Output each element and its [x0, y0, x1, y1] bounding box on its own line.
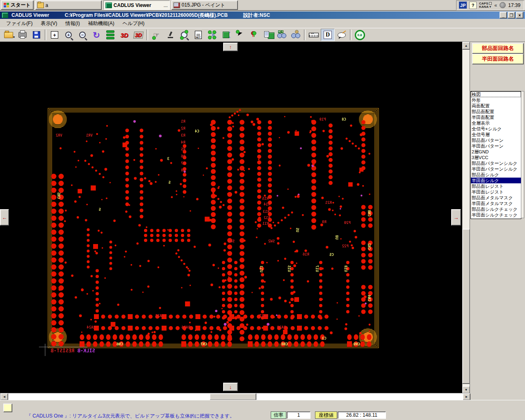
layer-item-16[interactable]: 部品面レジスト: [471, 183, 521, 189]
net-pointer-button[interactable]: [233, 29, 247, 41]
layer-item-20[interactable]: 部品面シルクチェック: [471, 206, 521, 212]
measure-icon: ↔: [309, 30, 319, 40]
zoom-in-button[interactable]: +: [62, 29, 75, 41]
zoom-window-button[interactable]: +: [48, 29, 62, 41]
layer-item-10[interactable]: 2層GND: [471, 149, 521, 155]
layer-item-13[interactable]: 半田面パターンシルク: [471, 166, 521, 172]
layer-item-2[interactable]: 両面配置: [471, 103, 521, 109]
layer-item-0[interactable]: 検図: [471, 91, 521, 97]
clock: 17:39: [508, 2, 521, 8]
layer-item-14[interactable]: 部品面シルク: [471, 172, 521, 178]
close-button[interactable]: ×: [516, 12, 523, 18]
net-hand-button[interactable]: ☞: [149, 29, 163, 41]
microscope-button[interactable]: [163, 29, 177, 41]
vertical-scroll-thumb[interactable]: [462, 229, 470, 384]
caps-kana-indicator[interactable]: CAPS KANA▾: [479, 2, 492, 9]
redraw-button[interactable]: ↻: [89, 29, 103, 41]
part-list-button[interactable]: [261, 29, 275, 41]
vertical-scrollbar[interactable]: ▲ ▼: [462, 42, 469, 393]
layer-item-3[interactable]: 部品面配置: [471, 109, 521, 114]
net-cross-button[interactable]: [205, 29, 219, 41]
task-label: CADLUS Viewer: [114, 2, 151, 8]
comment-button[interactable]: [335, 29, 349, 41]
scale-08-button[interactable]: 0.8: [353, 29, 367, 41]
menu-item-0[interactable]: ファイル(F): [2, 19, 36, 28]
minimize-button[interactable]: _: [500, 12, 507, 18]
print-button[interactable]: [16, 29, 30, 41]
note-button[interactable]: [3, 404, 12, 412]
net-zoom-icon: [180, 30, 188, 40]
scroll-left-arrow[interactable]: ◄: [0, 393, 8, 400]
pan-down-button[interactable]: ↓: [223, 383, 238, 391]
open-file-button[interactable]: ▾: [2, 29, 16, 41]
horizontal-scroll-thumb[interactable]: [210, 393, 256, 400]
layer-list[interactable]: 検図外形両面配置部品面配置半田面配置全層表示全信号+シルク全信号層部品面パターン…: [470, 91, 521, 219]
open-file-icon: ▾: [4, 30, 13, 40]
layer-item-8[interactable]: 部品面パターン: [471, 137, 521, 143]
scroll-right-arrow[interactable]: ►: [463, 393, 470, 400]
net-zoom-button[interactable]: [177, 29, 191, 41]
menu-item-3[interactable]: 補助機能(A): [84, 19, 118, 28]
status-message: 『 CADLUS One 』: リアルタイム3次元表示で、ビルドアップ基板も立体…: [26, 413, 235, 420]
layer-item-12[interactable]: 部品面パターンシルク: [471, 160, 521, 166]
pan-left-button[interactable]: ←: [0, 209, 9, 226]
layer-item-4[interactable]: 半田面配置: [471, 114, 521, 120]
designer-label: 設計者:NSC: [243, 12, 270, 19]
measure-button[interactable]: ↔: [307, 29, 321, 41]
ime-help-icon[interactable]: ?: [469, 2, 477, 9]
view-3d-button[interactable]: 3D: [117, 29, 131, 41]
layer-item-7[interactable]: 全信号層: [471, 132, 521, 137]
layer-list-scrollbar[interactable]: [521, 91, 524, 218]
task-item-0[interactable]: a: [35, 0, 102, 10]
solder-side-circuit-button[interactable]: 半田面回路名: [472, 54, 524, 64]
layer-item-1[interactable]: 外形: [471, 97, 521, 103]
pan-up-button[interactable]: ↑: [223, 43, 238, 51]
task-label: a: [46, 2, 48, 8]
d-mode-button[interactable]: D: [321, 29, 335, 41]
menu-item-1[interactable]: 表示(V): [37, 19, 61, 28]
pin-display-button[interactable]: [247, 29, 261, 41]
layer-item-18[interactable]: 部品面メタルマスク: [471, 195, 521, 201]
ic-search-button[interactable]: IC-1: [275, 29, 289, 41]
status-bar: 『 CADLUS One 』: リアルタイム3次元表示で、ビルドアップ基板も立体…: [0, 400, 525, 420]
pan-right-button[interactable]: →: [451, 209, 461, 226]
save-button[interactable]: [30, 29, 43, 41]
zoom-in-icon: +: [64, 30, 73, 40]
menu-item-2[interactable]: 情報(I): [62, 19, 83, 28]
app-icon: [2, 12, 8, 18]
save-icon: [32, 30, 41, 40]
pin-search-button[interactable]: [289, 29, 303, 41]
start-button[interactable]: スタート: [1, 0, 34, 10]
layer-panel: 部品面回路名 半田面回路名 半田面視表示 ↔ 検図外形両面配置部品面配置半田面配…: [470, 42, 525, 393]
layer-item-19[interactable]: 半田面メタルマスク: [471, 201, 521, 206]
tray-chevron-icon[interactable]: «: [494, 2, 497, 8]
layer-item-11[interactable]: 3層VCC: [471, 155, 521, 160]
task-item-1[interactable]: CADLUS Viewer...: [103, 0, 170, 10]
board-3d-icon: 3D: [134, 30, 143, 40]
volume-icon[interactable]: [500, 2, 506, 8]
pcb-canvas[interactable]: [0, 42, 462, 393]
zoom-out-button[interactable]: −: [75, 29, 89, 41]
maximize-button[interactable]: ❐: [508, 12, 515, 18]
layer-item-15[interactable]: 半田面シルク: [471, 178, 521, 183]
part-highlight-button[interactable]: [219, 29, 233, 41]
board-3d-button[interactable]: 3D: [131, 29, 145, 41]
layer-stack-icon: [106, 30, 114, 40]
layer-item-17[interactable]: 半田面レジスト: [471, 189, 521, 195]
scroll-up-arrow[interactable]: ▲: [462, 42, 470, 50]
scale-08-icon: 0.8: [355, 30, 365, 40]
ime-indicator[interactable]: JP: [459, 2, 467, 9]
layer-stack-button[interactable]: [103, 29, 117, 41]
layer-item-9[interactable]: 半田面パターン: [471, 143, 521, 149]
net-list-button[interactable]: NET: [191, 29, 205, 41]
start-label: スタート: [11, 2, 31, 9]
layer-item-21[interactable]: 半田面シルクチェック: [471, 212, 521, 218]
layer-item-6[interactable]: 全信号+シルク: [471, 126, 521, 132]
menu-bar: ファイル(F)表示(V)情報(I)補助機能(A)ヘルプ(H): [0, 19, 525, 28]
component-side-circuit-button[interactable]: 部品面回路名: [472, 43, 524, 54]
task-item-2[interactable]: 015.JPG - ペイント: [171, 0, 238, 10]
file-path: C:¥Program Files¥CADLUS Viewer¥PCB¥20121…: [65, 12, 228, 19]
ic-search-icon: IC-1: [277, 30, 286, 40]
layer-item-5[interactable]: 全層表示: [471, 120, 521, 126]
menu-item-4[interactable]: ヘルプ(H): [119, 19, 148, 28]
